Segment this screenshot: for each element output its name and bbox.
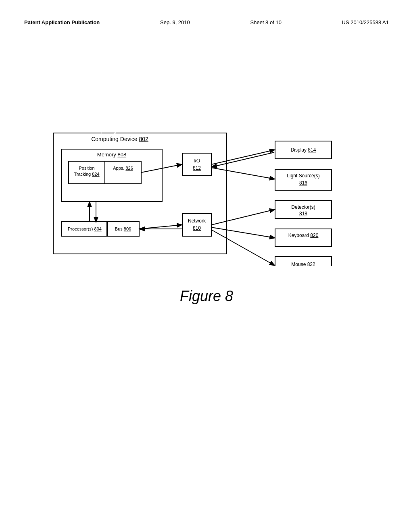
publication-label: Patent Application Publication <box>24 19 100 25</box>
svg-text:816: 816 <box>299 180 307 186</box>
svg-text:Network: Network <box>188 218 206 224</box>
date-label: Sep. 9, 2010 <box>160 19 190 25</box>
svg-line-41 <box>211 230 274 265</box>
figure-caption: Figure 8 <box>180 288 233 305</box>
svg-text:I/O: I/O <box>194 158 200 164</box>
svg-line-33 <box>139 225 181 229</box>
svg-text:Detector(s): Detector(s) <box>291 204 315 210</box>
diagram-wrapper: Computing Device 802 <box>49 129 364 268</box>
svg-line-39 <box>211 210 274 225</box>
svg-text:Processor(s) 804: Processor(s) 804 <box>68 227 102 231</box>
svg-text:Mouse 822: Mouse 822 <box>291 262 315 266</box>
svg-line-42 <box>212 152 274 167</box>
svg-text:Tracking 824: Tracking 824 <box>74 172 99 177</box>
page-header: Patent Application Publication Sep. 9, 2… <box>24 19 389 25</box>
figure-container: Computing Device 802 <box>24 129 389 305</box>
svg-text:Display 814: Display 814 <box>291 147 316 153</box>
svg-text:Memory 808: Memory 808 <box>97 152 126 158</box>
svg-text:812: 812 <box>193 165 201 171</box>
sheet-label: Sheet 8 of 10 <box>250 19 282 25</box>
svg-text:Light Source(s): Light Source(s) <box>287 173 319 179</box>
svg-line-32 <box>141 164 181 172</box>
svg-text:Keyboard 820: Keyboard 820 <box>288 233 319 238</box>
svg-text:Position: Position <box>79 166 94 170</box>
patent-number-label: US 2010/225588 A1 <box>342 19 389 25</box>
patent-page: Patent Application Publication Sep. 9, 2… <box>0 0 413 532</box>
svg-text:810: 810 <box>193 225 201 231</box>
svg-rect-10 <box>275 169 332 190</box>
svg-line-38 <box>211 168 274 179</box>
svg-text:Computing Device 802: Computing Device 802 <box>91 136 148 142</box>
svg-line-37 <box>211 150 274 164</box>
svg-rect-7 <box>182 153 211 176</box>
svg-line-40 <box>211 227 274 238</box>
diagram-svg: Computing Device 802 <box>49 129 364 266</box>
svg-text:Bus 806: Bus 806 <box>115 227 131 231</box>
svg-text:Computing Device 802: Computing Device 802 <box>89 129 146 133</box>
svg-rect-8 <box>182 214 211 236</box>
svg-text:Apps. 826: Apps. 826 <box>113 166 133 170</box>
svg-rect-4 <box>105 161 141 184</box>
svg-text:818: 818 <box>299 211 307 216</box>
